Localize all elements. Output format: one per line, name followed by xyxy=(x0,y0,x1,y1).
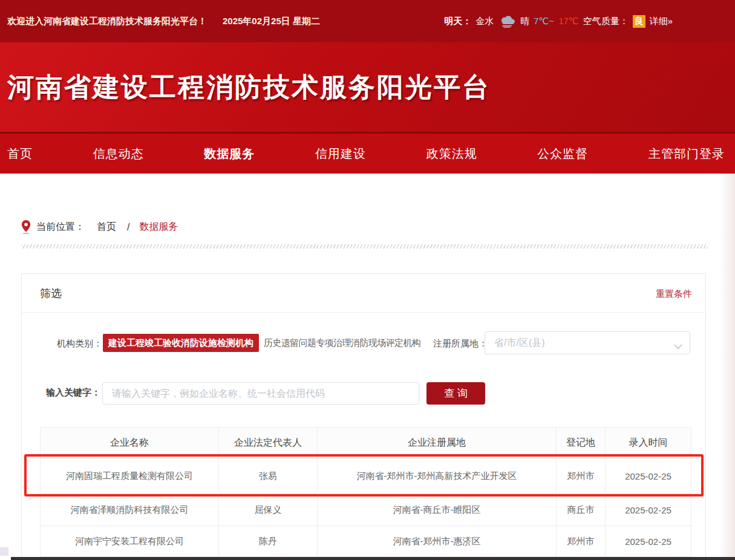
cloud-icon xyxy=(498,15,516,28)
welcome-text: 欢迎进入河南省建设工程消防技术服务阳光平台！ xyxy=(7,16,207,27)
category-options: 建设工程竣工验收消防设施检测机构 历史遗留问题专项治理消防现场评定机构 xyxy=(103,331,420,354)
region-select[interactable]: 省/市/区(县) xyxy=(485,331,690,354)
breadcrumb-home-link[interactable]: 首页 xyxy=(97,221,116,233)
top-info-bar: 欢迎进入河南省建设工程消防技术服务阳光平台！ 2025年02月25日 星期二 明… xyxy=(0,0,735,42)
breadcrumb-separator: / xyxy=(127,222,129,233)
breadcrumb: 当前位置： 首页 / 数据服务 xyxy=(21,220,178,234)
cell-entry-date: 2025-02-25 xyxy=(606,494,691,526)
cell-registered-location: 河南省-郑州市-郑州高新技术产业开发区 xyxy=(318,459,557,494)
air-quality-label: 空气质量： xyxy=(583,16,629,27)
weather-temp-low: 7℃~ xyxy=(534,16,554,27)
cell-entry-date: 2025-02-25 xyxy=(606,526,691,557)
nav-item-policy[interactable]: 政策法规 xyxy=(426,146,477,162)
col-registered-location: 企业注册属地 xyxy=(318,428,557,459)
filter-title: 筛选 xyxy=(40,274,62,313)
site-header: 河南省建设工程消防技术服务阳光平台 xyxy=(0,42,735,132)
category-label: 机构类别： xyxy=(57,338,102,350)
filter-panel-header: 筛选 重置条件 xyxy=(22,274,705,313)
weather-temp-high: 17℃ xyxy=(558,16,579,27)
slash-divider xyxy=(21,244,708,249)
site-title: 河南省建设工程消防技术服务阳光平台 xyxy=(7,70,491,105)
col-company-name: 企业名称 xyxy=(41,428,219,459)
category-chip-detection-org[interactable]: 建设工程竣工验收消防设施检测机构 xyxy=(103,334,259,352)
nav-item-data-service[interactable]: 数据服务 xyxy=(204,146,255,162)
cell-registered-location: 河南省-郑州市-惠济区 xyxy=(318,526,557,557)
nav-item-credit[interactable]: 信用建设 xyxy=(315,146,366,162)
cell-registered-location: 河南省-商丘市-睢阳区 xyxy=(318,494,557,526)
main-nav: 首页 信息动态 数据服务 信用建设 政策法规 公众监督 主管部门登录 xyxy=(0,132,735,174)
cell-legal-representative: 陈丹 xyxy=(219,526,318,557)
keyword-input[interactable] xyxy=(102,382,419,405)
breadcrumb-label: 当前位置： xyxy=(36,221,85,233)
cell-legal-representative: 屈保义 xyxy=(219,494,318,526)
keyword-label: 输入关键字： xyxy=(46,387,100,399)
cell-registration-city: 郑州市 xyxy=(557,459,606,494)
cell-company-name: 河南宇宁安装工程有限公司 xyxy=(41,526,219,557)
reset-conditions-link[interactable]: 重置条件 xyxy=(656,288,692,300)
nav-item-home[interactable]: 首页 xyxy=(7,146,33,162)
col-entry-date: 录入时间 xyxy=(606,428,691,459)
cell-company-name: 河南省泽顺消防科技有限公司 xyxy=(41,494,219,526)
weather-district: 金水 xyxy=(475,16,494,27)
cell-entry-date: 2025-02-25 xyxy=(606,459,691,494)
category-chip-assessment-org[interactable]: 历史遗留问题专项治理消防现场评定机构 xyxy=(264,337,420,349)
nav-item-supervision[interactable]: 公众监督 xyxy=(537,146,588,162)
table-header-row: 企业名称 企业法定代表人 企业注册属地 登记地 录入时间 xyxy=(41,428,691,459)
chevron-down-icon xyxy=(674,341,682,347)
filter-panel: 筛选 重置条件 机构类别： 建设工程竣工验收消防设施检测机构 历史遗留问题专项治… xyxy=(21,273,706,560)
search-button[interactable]: 查 询 xyxy=(426,382,485,405)
footer-edge-strip xyxy=(11,557,735,560)
weather-widget: 明天： 金水 晴 7℃~ 17℃ 空气质量： 良 详细» xyxy=(444,15,673,28)
cell-registration-city: 郑州市 xyxy=(557,526,606,557)
weather-condition: 晴 xyxy=(520,16,529,27)
table-row[interactable]: 河南省泽顺消防科技有限公司 屈保义 河南省-商丘市-睢阳区 商丘市 2025-0… xyxy=(41,494,691,526)
col-registration-city: 登记地 xyxy=(557,428,606,459)
weather-detail-link[interactable]: 详细» xyxy=(650,16,673,27)
breadcrumb-current[interactable]: 数据服务 xyxy=(139,221,178,233)
location-pin-icon xyxy=(21,220,31,234)
weather-tomorrow-label: 明天： xyxy=(444,16,471,27)
table-row[interactable]: 河南宇宁安装工程有限公司 陈丹 河南省-郑州市-惠济区 郑州市 2025-02-… xyxy=(41,526,691,557)
col-legal-representative: 企业法定代表人 xyxy=(219,428,318,459)
cell-legal-representative: 张易 xyxy=(219,459,318,494)
corner-artifact xyxy=(0,547,8,556)
cell-company-name: 河南固瑞工程质量检测有限公司 xyxy=(41,459,219,494)
nav-item-news[interactable]: 信息动态 xyxy=(93,146,144,162)
results-table: 企业名称 企业法定代表人 企业注册属地 登记地 录入时间 河南固瑞工程质量检测有… xyxy=(40,427,691,557)
table-row[interactable]: 河南固瑞工程质量检测有限公司 张易 河南省-郑州市-郑州高新技术产业开发区 郑州… xyxy=(41,459,691,494)
cell-registration-city: 商丘市 xyxy=(557,494,606,526)
air-quality-badge: 良 xyxy=(633,15,645,28)
page-right-edge xyxy=(720,174,735,560)
nav-item-admin-login[interactable]: 主管部门登录 xyxy=(648,146,725,162)
region-select-placeholder: 省/市/区(县) xyxy=(485,332,690,354)
region-label: 注册所属地： xyxy=(433,338,488,350)
current-date: 2025年02月25日 星期二 xyxy=(223,16,320,27)
